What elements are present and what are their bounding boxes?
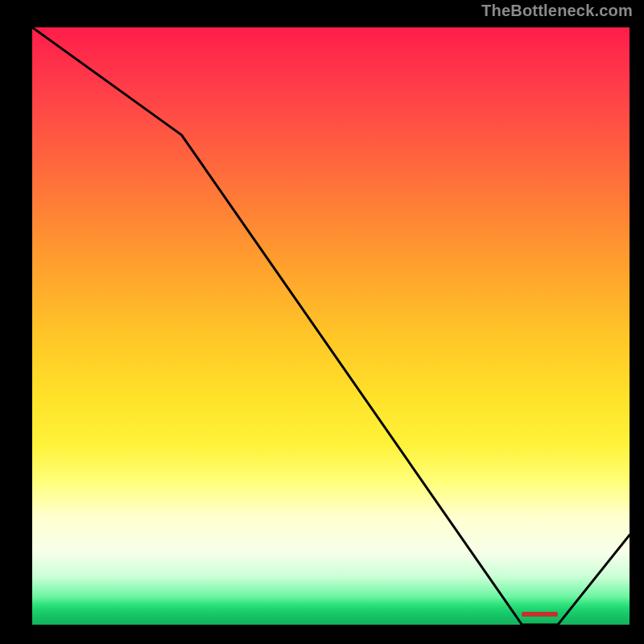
chart-container: TheBottleneck.com: [0, 0, 644, 644]
watermark-text: TheBottleneck.com: [481, 2, 633, 20]
series-line: [32, 27, 630, 625]
line-svg: [32, 27, 630, 625]
plot-gradient-background: [32, 27, 630, 625]
optimal-band-marker: [522, 612, 558, 617]
plot-frame: [29, 24, 633, 628]
